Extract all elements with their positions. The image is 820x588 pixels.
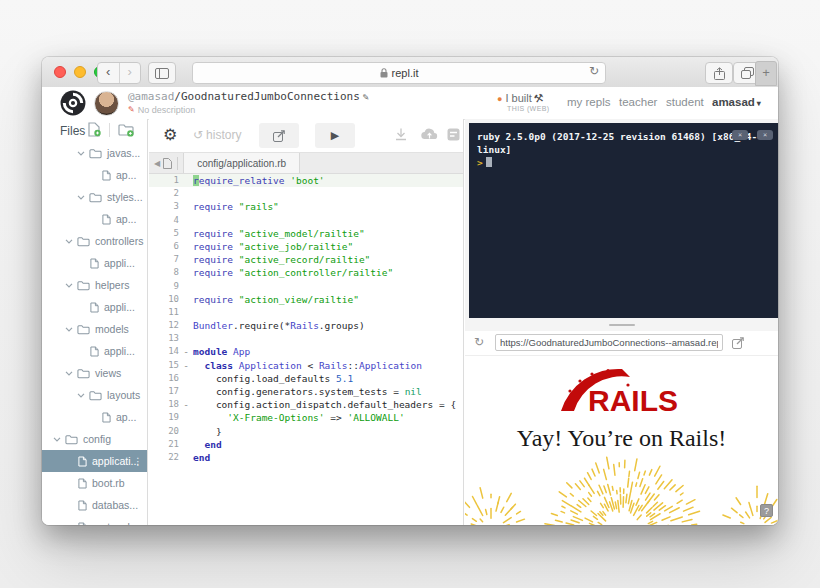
tree-file-applicati[interactable]: applicati...⋮: [42, 450, 147, 472]
download-button[interactable]: [395, 128, 407, 141]
code-line-11[interactable]: 11: [149, 306, 463, 319]
code-line-21[interactable]: 21 end: [149, 438, 463, 451]
tree-folder-views[interactable]: views: [42, 362, 147, 384]
code-line-20[interactable]: 20 }: [149, 425, 463, 438]
edit-description-icon[interactable]: ✎: [128, 104, 135, 116]
repl-description[interactable]: No description: [138, 104, 196, 116]
tree-file-ap[interactable]: ap...: [42, 406, 147, 428]
code-line-14[interactable]: 14-module App: [149, 345, 463, 358]
tab-label: config/application.rb: [197, 158, 286, 169]
tree-folder-controllers[interactable]: controllers: [42, 230, 147, 252]
code-line-16[interactable]: 16 config.load_defaults 5.1: [149, 372, 463, 385]
external-link-icon: [732, 337, 745, 349]
tree-file-ap[interactable]: ap...: [42, 164, 147, 186]
share-page-button[interactable]: [705, 62, 733, 84]
tree-file-appli[interactable]: appli...: [42, 296, 147, 318]
tree-file-routesrb[interactable]: routes.rb: [42, 516, 147, 525]
open-in-new-tab-button[interactable]: [732, 335, 745, 353]
code-line-22[interactable]: 22end: [149, 451, 463, 464]
tree-file-bootrb[interactable]: boot.rb: [42, 472, 147, 494]
code-line-8[interactable]: 8require "action_controller/railtie": [149, 266, 463, 279]
new-folder-button[interactable]: [118, 123, 134, 137]
minimize-window-button[interactable]: [74, 66, 86, 78]
code-line-6[interactable]: 6require "active_job/railtie": [149, 240, 463, 253]
file-icon: [90, 302, 99, 313]
status-dot: ●: [497, 94, 502, 104]
replit-logo[interactable]: [60, 90, 86, 116]
i-built-this-badge[interactable]: ●I built⚒ THIS (WEB): [497, 92, 550, 112]
line-number: 20: [149, 425, 179, 438]
code-line-1[interactable]: 1require_relative 'boot': [149, 174, 463, 187]
new-file-button[interactable]: [88, 122, 101, 137]
file-menu-kebab-icon[interactable]: ⋮: [133, 456, 143, 467]
code-line-13[interactable]: 13: [149, 332, 463, 345]
code-line-7[interactable]: 7require "active_record/railtie": [149, 253, 463, 266]
user-menu[interactable]: amasad▾: [712, 96, 761, 108]
code-line-2[interactable]: 2: [149, 187, 463, 200]
edit-title-icon[interactable]: ✎: [363, 91, 369, 102]
fold-marker-icon[interactable]: -: [179, 398, 193, 411]
code-line-19[interactable]: 19 'X-Frame-Options' => 'ALLOWALL': [149, 411, 463, 424]
back-button[interactable]: ‹: [98, 63, 120, 83]
fold-marker-icon[interactable]: -: [179, 345, 193, 358]
desktop: { "icons": { "back": "‹", "forward": "›"…: [0, 0, 820, 588]
console-terminal[interactable]: ruby 2.5.0p0 (2017-12-25 revision 61468)…: [469, 123, 778, 318]
forward-button[interactable]: ›: [120, 63, 141, 83]
code-text: require "rails": [193, 200, 463, 213]
tree-file-ap[interactable]: ap...: [42, 208, 147, 230]
fold-marker-icon[interactable]: -: [179, 359, 193, 372]
tree-folder-layouts[interactable]: layouts: [42, 384, 147, 406]
terminal-clear-button[interactable]: ×: [757, 130, 773, 140]
tab-scroll-left-icon[interactable]: ◀: [154, 159, 160, 168]
nav-teacher[interactable]: teacher: [619, 96, 657, 108]
repl-name[interactable]: /GoodnaturedJumboConnections: [174, 90, 359, 103]
code-line-3[interactable]: 3require "rails": [149, 200, 463, 213]
preview-url-input[interactable]: [495, 334, 723, 351]
fold-gutter: [179, 385, 193, 398]
code-line-5[interactable]: 5require "active_model/railtie": [149, 227, 463, 240]
run-button[interactable]: ▶: [315, 123, 355, 148]
tree-file-appli[interactable]: appli...: [42, 252, 147, 274]
file-icon: [90, 346, 99, 357]
repl-owner[interactable]: @amasad: [128, 90, 174, 103]
reload-icon[interactable]: ↻: [589, 64, 599, 78]
code-area[interactable]: 1require_relative 'boot'23require "rails…: [149, 174, 463, 525]
preview-refresh-button[interactable]: ↻: [474, 335, 484, 349]
tab-config-application-rb[interactable]: config/application.rb: [183, 153, 300, 173]
tree-folder-config[interactable]: config: [42, 428, 147, 450]
nav-student[interactable]: student: [666, 96, 704, 108]
address-bar[interactable]: repl.it ↻: [192, 62, 606, 84]
new-tab-button[interactable]: +: [755, 61, 777, 86]
avatar[interactable]: [94, 91, 119, 116]
tree-file-databas[interactable]: databas...: [42, 494, 147, 516]
history-nav-group: ‹ ›: [97, 62, 141, 84]
folder-icon: [77, 324, 90, 335]
history-arrow-icon: ↺: [193, 128, 203, 142]
help-button[interactable]: ?: [760, 504, 773, 517]
browser-window: ‹ › repl.it ↻ + @amasad/Goodnatu: [42, 57, 778, 525]
code-line-9[interactable]: 9: [149, 280, 463, 293]
close-window-button[interactable]: [54, 66, 66, 78]
history-button[interactable]: ↺history: [193, 128, 241, 142]
code-line-15[interactable]: 15- class Application < Rails::Applicati…: [149, 359, 463, 372]
tree-folder-models[interactable]: models: [42, 318, 147, 340]
code-line-10[interactable]: 10require "action_view/railtie": [149, 293, 463, 306]
settings-gear-button[interactable]: ⚙: [163, 126, 177, 144]
fold-gutter: [179, 266, 193, 279]
save-to-cloud-button[interactable]: [421, 128, 438, 140]
fold-gutter: [179, 174, 193, 187]
code-line-12[interactable]: 12Bundler.require(*Rails.groups): [149, 319, 463, 332]
code-line-4[interactable]: 4: [149, 214, 463, 227]
tree-folder-helpers[interactable]: helpers: [42, 274, 147, 296]
panel-resize-handle[interactable]: [465, 318, 778, 331]
logs-button[interactable]: [447, 128, 460, 141]
share-repl-button[interactable]: [259, 123, 299, 148]
code-line-17[interactable]: 17 config.generators.system_tests = nil: [149, 385, 463, 398]
sidebar-toggle-button[interactable]: [148, 62, 176, 84]
tree-file-appli[interactable]: appli...: [42, 340, 147, 362]
nav-my-repls[interactable]: my repls: [567, 96, 610, 108]
code-line-18[interactable]: 18- config.action_dispatch.default_heade…: [149, 398, 463, 411]
line-number: 8: [149, 266, 179, 279]
tree-folder-styles[interactable]: styles...: [42, 186, 147, 208]
tree-folder-javas[interactable]: javas...: [42, 142, 147, 164]
